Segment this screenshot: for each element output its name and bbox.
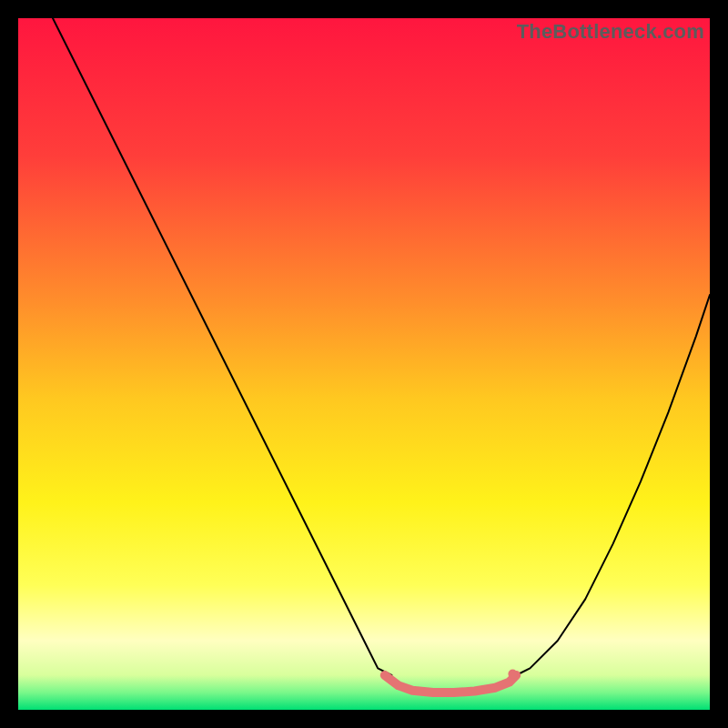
watermark-text: TheBottleneck.com xyxy=(517,20,704,44)
dots-layer xyxy=(508,670,517,679)
chart-background xyxy=(18,18,710,710)
series-end-dot xyxy=(508,670,517,679)
bottleneck-chart xyxy=(18,18,710,710)
chart-frame: TheBottleneck.com xyxy=(18,18,710,710)
